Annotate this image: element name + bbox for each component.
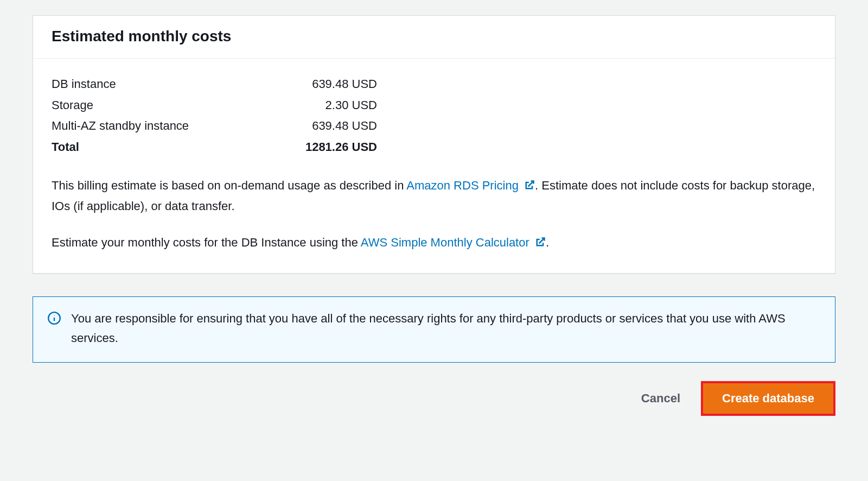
panel-body: DB instance 639.48 USD Storage 2.30 USD …	[33, 59, 835, 273]
panel-title: Estimated monthly costs	[52, 28, 816, 45]
billing-estimate-description: This billing estimate is based on on-dem…	[52, 176, 816, 217]
calculator-link[interactable]: AWS Simple Monthly Calculator	[361, 236, 546, 249]
cost-row-db-instance: DB instance 639.48 USD	[52, 74, 377, 95]
cost-label: DB instance	[52, 74, 116, 95]
panel-header: Estimated monthly costs	[33, 16, 835, 59]
action-bar: Cancel Create database	[33, 381, 835, 416]
cost-total-label: Total	[52, 137, 79, 158]
cost-label: Multi-AZ standby instance	[52, 116, 189, 137]
cost-value: 639.48 USD	[312, 74, 377, 95]
rds-pricing-link[interactable]: Amazon RDS Pricing	[406, 179, 535, 192]
external-link-icon	[535, 234, 546, 254]
desc-text: .	[546, 236, 549, 249]
cost-row-total: Total 1281.26 USD	[52, 137, 377, 158]
create-button-highlight: Create database	[701, 381, 835, 416]
info-icon	[47, 311, 61, 327]
link-text: AWS Simple Monthly Calculator	[361, 236, 529, 249]
desc-text: Estimate your monthly costs for the DB I…	[52, 236, 361, 249]
cost-label: Storage	[52, 95, 93, 116]
cost-total-value: 1281.26 USD	[305, 137, 377, 158]
cost-table: DB instance 639.48 USD Storage 2.30 USD …	[52, 74, 377, 157]
svg-point-2	[54, 315, 54, 315]
cancel-button[interactable]: Cancel	[636, 385, 686, 412]
external-link-icon	[524, 177, 535, 197]
calculator-description: Estimate your monthly costs for the DB I…	[52, 233, 816, 254]
cost-value: 2.30 USD	[326, 95, 377, 116]
cost-row-storage: Storage 2.30 USD	[52, 95, 377, 116]
link-text: Amazon RDS Pricing	[406, 179, 519, 192]
alert-text: You are responsible for ensuring that yo…	[71, 309, 821, 349]
desc-text: This billing estimate is based on on-dem…	[52, 179, 406, 192]
responsibility-alert: You are responsible for ensuring that yo…	[33, 296, 835, 363]
create-database-button[interactable]: Create database	[703, 383, 833, 414]
cost-value: 639.48 USD	[312, 116, 377, 137]
cost-row-multi-az: Multi-AZ standby instance 639.48 USD	[52, 116, 377, 137]
estimated-costs-panel: Estimated monthly costs DB instance 639.…	[33, 15, 835, 274]
